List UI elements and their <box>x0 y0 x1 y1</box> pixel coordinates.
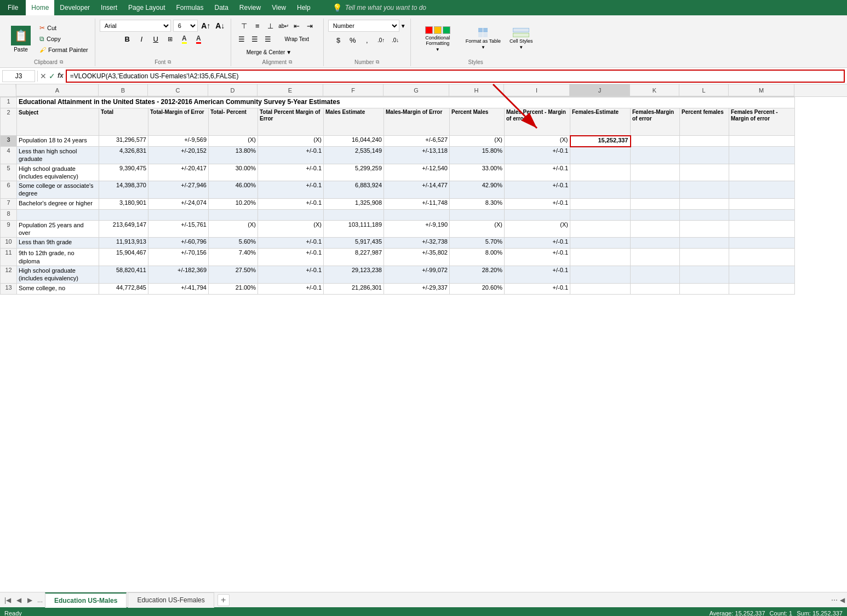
paste-button[interactable]: 📋 Paste <box>7 20 35 58</box>
cell-B11[interactable]: 15,904,467 <box>99 249 148 266</box>
conditional-formatting-button[interactable]: Conditional Formatting ▼ <box>415 24 460 54</box>
menu-home[interactable]: Home <box>26 0 54 15</box>
col-header-d[interactable]: D <box>208 84 257 96</box>
scroll-left-icon[interactable]: ◀ <box>840 596 845 604</box>
font-size-select[interactable]: 6 <box>173 20 198 32</box>
cell-H6[interactable]: 42.90% <box>450 181 505 199</box>
cell-E6[interactable]: +/-0.1 <box>258 181 324 199</box>
cell-H13[interactable]: 20.60% <box>450 283 505 294</box>
cell-B9[interactable]: 213,649,147 <box>99 220 148 238</box>
cancel-formula-icon[interactable]: ✕ <box>40 72 47 80</box>
cell-A2[interactable]: Subject <box>17 108 99 136</box>
cell-K11[interactable] <box>631 249 680 266</box>
cell-B3[interactable]: 31,296,577 <box>99 136 148 147</box>
sheet-nav-icon[interactable]: ⋯ <box>831 596 838 604</box>
cell-F2[interactable]: Males Estimate <box>324 108 384 136</box>
cell-D13[interactable]: 21.00% <box>209 283 258 294</box>
cell-H2[interactable]: Percent Males <box>450 108 505 136</box>
col-header-i[interactable]: I <box>504 84 570 96</box>
cell-L9[interactable] <box>680 220 729 238</box>
cell-G4[interactable]: +/-13,118 <box>384 147 450 164</box>
format-painter-button[interactable]: 🖌 Format Painter <box>37 45 90 55</box>
increase-font-button[interactable]: A↑ <box>200 20 212 32</box>
col-header-m[interactable]: M <box>729 84 794 96</box>
align-center-button[interactable]: ☰ <box>249 33 261 45</box>
add-sheet-button[interactable]: + <box>218 594 230 606</box>
italic-button[interactable]: I <box>135 33 147 45</box>
cell-E5[interactable]: +/-0.1 <box>258 164 324 181</box>
cell-D6[interactable]: 46.00% <box>209 181 258 199</box>
cell-G9[interactable]: +/-9,190 <box>384 220 450 238</box>
row-number-8[interactable]: 8 <box>1 209 17 220</box>
cell-I9[interactable]: (X) <box>505 220 570 238</box>
row-number-5[interactable]: 5 <box>1 164 17 181</box>
cell-K2[interactable]: Females-Margin of error <box>631 108 680 136</box>
cell-C13[interactable]: +/-41,794 <box>148 283 209 294</box>
cell-L6[interactable] <box>680 181 729 199</box>
menu-page-layout[interactable]: Page Layout <box>123 0 170 15</box>
cell-C5[interactable]: +/-20,417 <box>148 164 209 181</box>
cell-G6[interactable]: +/-14,477 <box>384 181 450 199</box>
cell-G7[interactable]: +/-11,748 <box>384 198 450 209</box>
cell-J10[interactable] <box>570 238 631 249</box>
cell-E3[interactable]: (X) <box>258 136 324 147</box>
cell-I11[interactable]: +/-0.1 <box>505 249 570 266</box>
cell-L11[interactable] <box>680 249 729 266</box>
border-button[interactable]: ⊞ <box>164 33 176 45</box>
cell-C11[interactable]: +/-70,156 <box>148 249 209 266</box>
cell-I13[interactable]: +/-0.1 <box>505 283 570 294</box>
cell-G3[interactable]: +/-6,527 <box>384 136 450 147</box>
next-sheet-button[interactable]: ▶ <box>24 595 35 606</box>
align-bottom-button[interactable]: ⊥ <box>265 20 277 32</box>
cell-K13[interactable] <box>631 283 680 294</box>
align-middle-button[interactable]: ≡ <box>251 20 264 32</box>
prev-sheet-button[interactable]: ◀ <box>13 595 24 606</box>
cell-F5[interactable]: 5,299,259 <box>324 164 384 181</box>
cell-K5[interactable] <box>631 164 680 181</box>
cell-A10[interactable]: Less than 9th grade <box>17 238 99 249</box>
cell-M13[interactable] <box>729 283 795 294</box>
cell-M11[interactable] <box>729 249 795 266</box>
cell-B12[interactable]: 58,820,411 <box>99 266 148 283</box>
cell-H11[interactable]: 8.00% <box>450 249 505 266</box>
decrease-font-button[interactable]: A↓ <box>214 20 226 32</box>
cell-B8[interactable] <box>99 209 148 220</box>
cell-B2[interactable]: Total <box>99 108 148 136</box>
row-number-1[interactable]: 1 <box>1 97 17 108</box>
col-header-k[interactable]: K <box>630 84 679 96</box>
cell-F4[interactable]: 2,535,149 <box>324 147 384 164</box>
cell-J12[interactable] <box>570 266 631 283</box>
cell-E2[interactable]: Total Percent Margin of Error <box>258 108 324 136</box>
cell-M3[interactable] <box>729 136 795 147</box>
font-name-select[interactable]: Arial <box>100 20 171 32</box>
cell-A3[interactable]: Population 18 to 24 years <box>17 136 99 147</box>
bold-button[interactable]: B <box>121 33 133 45</box>
cell-H9[interactable]: (X) <box>450 220 505 238</box>
cell-M6[interactable] <box>729 181 795 199</box>
cell-G11[interactable]: +/-35,802 <box>384 249 450 266</box>
sheet-tab-education-us-females[interactable]: Education US-Females <box>128 592 214 608</box>
cell-D8[interactable] <box>209 209 258 220</box>
menu-insert[interactable]: Insert <box>95 0 123 15</box>
cell-C12[interactable]: +/-182,369 <box>148 266 209 283</box>
cell-H12[interactable]: 28.20% <box>450 266 505 283</box>
cell-J11[interactable] <box>570 249 631 266</box>
cell-G5[interactable]: +/-12,540 <box>384 164 450 181</box>
cell-J2[interactable]: Females-Estimate <box>570 108 631 136</box>
menu-review[interactable]: Review <box>234 0 266 15</box>
cell-D5[interactable]: 30.00% <box>209 164 258 181</box>
row-number-4[interactable]: 4 <box>1 147 17 164</box>
text-direction-button[interactable]: ab↵ <box>278 20 290 32</box>
cell-C10[interactable]: +/-60,796 <box>148 238 209 249</box>
cell-I10[interactable]: +/-0.1 <box>505 238 570 249</box>
align-right-button[interactable]: ☰ <box>262 33 274 45</box>
cell-M12[interactable] <box>729 266 795 283</box>
cell-I8[interactable] <box>505 209 570 220</box>
cell-K10[interactable] <box>631 238 680 249</box>
cell-G10[interactable]: +/-32,738 <box>384 238 450 249</box>
menu-view[interactable]: View <box>266 0 291 15</box>
col-header-e[interactable]: E <box>257 84 323 96</box>
currency-button[interactable]: $ <box>333 34 345 46</box>
cell-D9[interactable]: (X) <box>209 220 258 238</box>
cell-E13[interactable]: +/-0.1 <box>258 283 324 294</box>
